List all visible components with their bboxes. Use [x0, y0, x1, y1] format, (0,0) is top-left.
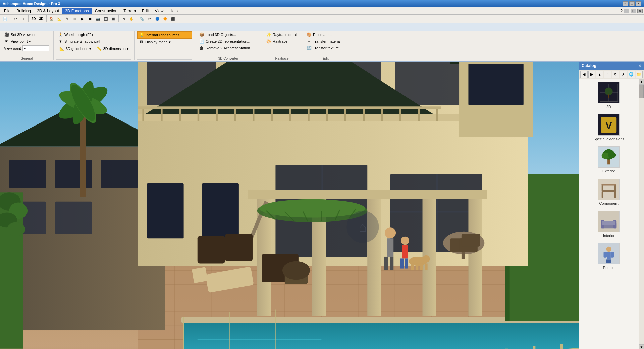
tb-icon-9[interactable]: 🔳 — [110, 15, 117, 22]
tb-icon-4[interactable]: ⊞ — [71, 15, 78, 22]
display-mode-button[interactable]: 🖥 Display mode ▾ — [137, 39, 192, 45]
edit-material-button[interactable]: 🎨 Edit material — [305, 31, 346, 38]
tb-icon-12[interactable]: 📎 — [138, 15, 146, 22]
catalog-back-button[interactable]: ◀ — [580, 71, 588, 78]
ribbon-minimize-button[interactable]: − — [624, 9, 629, 13]
2d-button[interactable]: 2D — [30, 15, 37, 22]
3d-guidelines-button[interactable]: 📐 3D guidelines ▾ — [58, 45, 93, 52]
catalog-scrollbar[interactable]: ▲ ▼ — [639, 79, 644, 349]
simulate-shadow-button[interactable]: ☀ Simulate Shadow path... — [56, 38, 131, 45]
tb-icon-7[interactable]: 📷 — [94, 15, 102, 22]
tb-icon-10[interactable]: 🖱 — [120, 15, 127, 22]
catalog-forward-button[interactable]: ▶ — [588, 71, 596, 78]
menu-file[interactable]: File — [1, 8, 13, 14]
svg-rect-147 — [533, 346, 535, 349]
svg-rect-182 — [604, 252, 607, 257]
walkthrough-button[interactable]: 🚶 Walkthrough (F2) — [56, 31, 131, 38]
create-2d-icon: 📄 — [199, 39, 204, 44]
svg-rect-72 — [138, 114, 459, 121]
ribbon-content: 🎥 Set 3D viewpoint 👁 View point ▾ View p… — [0, 31, 644, 61]
svg-rect-119 — [225, 234, 253, 261]
catalog-item-people[interactable]: People — [582, 243, 636, 270]
remove-2d-representation-button[interactable]: 🗑 Remove 2D-representation... — [198, 45, 259, 51]
svg-rect-131 — [416, 264, 418, 271]
minimize-button[interactable]: − — [623, 1, 628, 6]
scrollbar-down-button[interactable]: ▼ — [639, 344, 644, 349]
ribbon-group-general: 🎥 Set 3D viewpoint 👁 View point ▾ View p… — [0, 31, 54, 60]
tb-icon-5[interactable]: ▶ — [79, 15, 86, 22]
catalog-people-icon — [598, 243, 620, 264]
guidelines-dimension-row: 📐 3D guidelines ▾ 📏 3D dimension ▾ — [56, 45, 131, 53]
svg-rect-39 — [101, 160, 138, 188]
ribbon-restore-button[interactable]: □ — [631, 9, 636, 13]
catalog-up-button[interactable]: ▲ — [596, 71, 603, 78]
scrollbar-track[interactable] — [639, 85, 644, 344]
svg-point-164 — [608, 152, 616, 158]
tb-icon-3[interactable]: ✎ — [63, 15, 71, 22]
redo-button[interactable]: ↪ — [19, 15, 27, 22]
menu-2d-layout[interactable]: 2D & Layout — [34, 8, 62, 14]
internal-light-icon: 💡 — [139, 32, 144, 38]
viewport-scene: ⌂ — [0, 62, 579, 349]
scrollbar-thumb[interactable] — [639, 85, 644, 98]
tb-icon-13[interactable]: ✂ — [146, 15, 153, 22]
catalog-folder-button[interactable]: 📁 — [636, 71, 643, 78]
menu-3d-functions[interactable]: 3D Functions — [62, 8, 92, 14]
menu-building[interactable]: Building — [14, 8, 34, 14]
ribbon-close-button[interactable]: ✕ — [637, 9, 643, 13]
menu-edit[interactable]: Edit — [139, 8, 152, 14]
3d-dimension-button[interactable]: 📏 3D dimension ▾ — [95, 45, 130, 52]
scrollbar-up-button[interactable]: ▲ — [639, 79, 644, 85]
viewpoint-dropdown[interactable]: ▾ — [22, 45, 49, 51]
view-point-button[interactable]: 👁 View point ▾ — [3, 38, 51, 45]
tb-icon-2[interactable]: 📐 — [56, 15, 63, 22]
svg-rect-94 — [423, 192, 436, 316]
tb-icon-15[interactable]: 🔶 — [161, 15, 169, 22]
tb-icon-8[interactable]: 🔲 — [102, 15, 109, 22]
new-button[interactable]: 📄 — [1, 15, 9, 22]
transfer-texture-button[interactable]: 🔄 Transfer texture — [305, 45, 346, 51]
viewport[interactable]: ⌂ — [0, 62, 579, 349]
tb-icon-6[interactable]: ⏹ — [87, 15, 94, 22]
catalog-refresh-button[interactable]: ↺ — [612, 71, 619, 78]
3d-button[interactable]: 3D — [38, 15, 45, 22]
raytrace-button[interactable]: 🔆 Raytrace — [265, 38, 299, 45]
transfer-material-button[interactable]: ↔ Transfer material — [305, 38, 346, 45]
title-bar-controls: − □ × — [623, 1, 641, 6]
svg-rect-166 — [602, 190, 616, 192]
catalog-item-exterior[interactable]: Exterior — [582, 146, 636, 173]
close-button[interactable]: × — [636, 1, 641, 6]
catalog-toolbar: ◀ ▶ ▲ ⌂ ↺ ★ 🌐 📁 — [579, 70, 644, 79]
load-3d-objects-button[interactable]: 📦 Load 3D Objects... — [198, 31, 259, 38]
catalog-item-interior[interactable]: Interior — [582, 211, 636, 238]
create-2d-representation-button[interactable]: 📄 Create 2D representation... — [198, 38, 259, 45]
catalog-item-2d[interactable]: 2D — [582, 82, 636, 109]
help-icon[interactable]: ? — [620, 8, 623, 13]
svg-rect-168 — [614, 192, 616, 198]
svg-rect-89 — [436, 107, 438, 121]
catalog-item-special[interactable]: V Special extensions — [582, 114, 636, 141]
catalog-favorite-button[interactable]: ★ — [620, 71, 627, 78]
tb-icon-11[interactable]: ✋ — [128, 15, 135, 22]
undo-button[interactable]: ↩ — [12, 15, 19, 22]
svg-rect-82 — [308, 107, 309, 121]
maximize-button[interactable]: □ — [629, 1, 635, 6]
svg-point-178 — [606, 247, 611, 252]
internal-light-button[interactable]: 💡 Internal light sources — [137, 31, 192, 39]
tb-icon-16[interactable]: ⬛ — [169, 15, 176, 22]
catalog-web-button[interactable]: 🌐 — [628, 71, 635, 78]
catalog-close-icon[interactable]: ✕ — [638, 64, 641, 68]
menu-view[interactable]: View — [152, 8, 166, 14]
tb-icon-1[interactable]: 🏠 — [48, 15, 55, 22]
raytrace-detail-button[interactable]: ✨ Raytrace detail — [265, 31, 299, 38]
catalog-container: 2D V Special extensions — [579, 79, 644, 349]
menu-construction[interactable]: Construction — [92, 8, 120, 14]
toolbar-sep-3 — [46, 15, 47, 22]
set-3d-viewpoint-button[interactable]: 🎥 Set 3D viewpoint — [3, 31, 51, 38]
tb-icon-14[interactable]: 🔵 — [154, 15, 161, 22]
catalog-home-button[interactable]: ⌂ — [604, 71, 611, 78]
menu-help[interactable]: Help — [167, 8, 180, 14]
menu-terrain[interactable]: Terrain — [121, 8, 139, 14]
svg-rect-86 — [381, 107, 383, 121]
catalog-item-component[interactable]: Component — [582, 179, 636, 205]
